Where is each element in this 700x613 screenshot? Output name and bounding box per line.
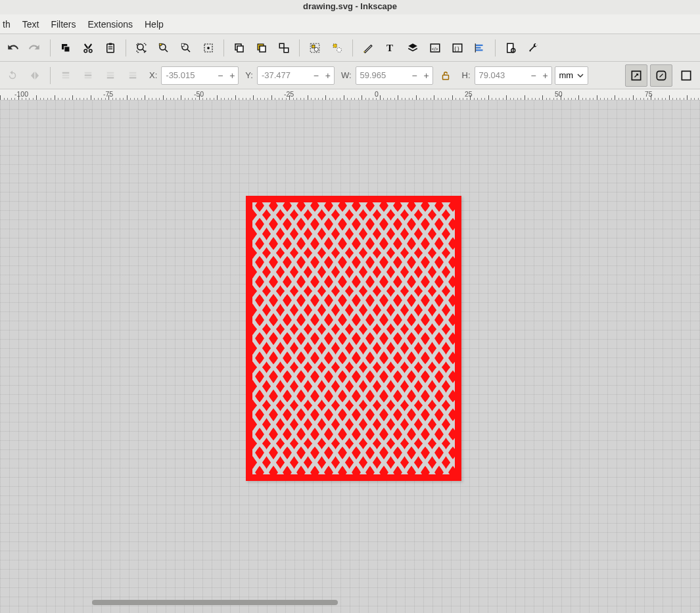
duplicate-button[interactable] — [229, 38, 249, 58]
window-titlebar: drawing.svg - Inkscape — [0, 0, 700, 14]
text-dialog-button[interactable]: T — [381, 38, 400, 58]
chevron-down-icon — [577, 72, 584, 79]
xml-editor-button[interactable]: </> — [425, 38, 445, 58]
ruler-mark: 0 — [375, 90, 379, 98]
menu-help[interactable]: Help — [145, 19, 164, 30]
zoom-center-icon — [202, 41, 214, 55]
scale-stroke-toggle[interactable] — [625, 64, 647, 87]
menu-text[interactable]: Text — [22, 19, 39, 30]
canvas-area[interactable] — [0, 100, 700, 613]
raise-button — [78, 66, 98, 85]
ungroup-icon — [331, 41, 343, 55]
lower-icon — [105, 68, 116, 83]
window-title: drawing.svg - Inkscape — [303, 1, 397, 11]
svg-rect-32 — [476, 47, 481, 48]
height-increment[interactable]: + — [540, 67, 551, 84]
lower-button — [101, 66, 120, 85]
cut-button[interactable] — [78, 38, 98, 58]
svg-rect-18 — [260, 46, 266, 52]
unit-value: mm — [559, 70, 574, 80]
svg-point-8 — [137, 44, 143, 50]
svg-rect-6 — [108, 46, 112, 47]
y-input[interactable] — [258, 68, 310, 83]
align-dialog-button[interactable] — [470, 38, 490, 58]
document-properties-button[interactable] — [501, 38, 521, 58]
zoom-center-button[interactable] — [198, 38, 218, 58]
unit-selector[interactable]: mm — [555, 66, 589, 85]
svg-rect-1 — [64, 46, 70, 51]
copy-button[interactable] — [56, 38, 76, 58]
unlink-clone-icon — [278, 41, 290, 55]
x-input[interactable] — [162, 68, 214, 83]
zoom-page-button[interactable] — [176, 38, 196, 58]
xml-icon: </> — [429, 41, 441, 55]
width-input[interactable] — [356, 68, 409, 83]
svg-text:</>: </> — [432, 46, 438, 51]
menu-bar: th Text Filters Extensions Help — [0, 14, 700, 34]
height-input-group: − + — [475, 66, 552, 85]
separator — [223, 39, 224, 57]
preferences-button[interactable] — [523, 38, 543, 58]
fill-stroke-button[interactable] — [358, 38, 378, 58]
x-increment[interactable]: + — [226, 67, 238, 84]
menu-extensions[interactable]: Extensions — [88, 19, 133, 30]
svg-rect-45 — [107, 77, 114, 78]
svg-rect-42 — [85, 77, 92, 78]
paint-icon — [362, 41, 374, 55]
paste-button[interactable] — [101, 38, 120, 58]
svg-rect-19 — [279, 43, 284, 48]
y-label: Y: — [245, 70, 253, 80]
svg-rect-41 — [85, 74, 92, 76]
scale-corners-icon — [655, 68, 668, 83]
svg-rect-38 — [62, 74, 70, 76]
scale-corners-toggle[interactable] — [650, 64, 672, 87]
x-input-group: − + — [161, 66, 239, 85]
y-increment[interactable]: + — [322, 67, 334, 84]
svg-rect-52 — [682, 71, 690, 79]
lower-bottom-icon — [127, 68, 139, 83]
menu-filters[interactable]: Filters — [51, 19, 76, 30]
group-icon — [309, 41, 321, 55]
width-decrement[interactable]: − — [409, 67, 421, 84]
layers-button[interactable] — [403, 38, 423, 58]
height-decrement[interactable]: − — [528, 67, 540, 84]
ungroup-button[interactable] — [327, 38, 347, 58]
clone-icon — [256, 41, 268, 55]
y-decrement[interactable]: − — [310, 67, 322, 84]
svg-rect-24 — [333, 44, 337, 47]
selectors-icon: { } — [452, 41, 463, 55]
unlink-clone-button[interactable] — [274, 38, 294, 58]
clone-button[interactable] — [252, 38, 271, 58]
document-page[interactable] — [246, 196, 461, 481]
separator — [299, 39, 300, 57]
svg-point-2 — [84, 49, 87, 53]
separator — [126, 39, 126, 57]
x-label: X: — [149, 70, 157, 80]
lock-aspect-button[interactable] — [436, 66, 455, 85]
rotate-ccw-button — [3, 66, 22, 85]
flip-h-icon — [29, 68, 41, 83]
ruler-mark: 25 — [465, 90, 473, 98]
raise-top-button — [56, 66, 76, 85]
undo-button[interactable] — [3, 38, 22, 58]
width-increment[interactable]: + — [421, 67, 432, 84]
selectors-button[interactable]: { } — [448, 38, 467, 58]
scissors-icon — [82, 41, 94, 55]
document-icon — [505, 41, 517, 55]
separator — [50, 39, 51, 57]
lock-open-icon — [440, 68, 452, 83]
raise-icon — [82, 68, 94, 83]
horizontal-scrollbar-thumb[interactable] — [92, 600, 338, 605]
height-input[interactable] — [475, 68, 528, 83]
svg-point-3 — [89, 49, 93, 53]
main-toolbar: T </> { } — [0, 34, 700, 62]
tool-options-bar: X: − + Y: − + W: − + H: − + mm — [0, 62, 700, 89]
zoom-selection-button[interactable] — [131, 38, 151, 58]
group-button[interactable] — [305, 38, 325, 58]
menu-path-partial[interactable]: th — [3, 19, 11, 30]
move-gradients-toggle[interactable] — [675, 64, 697, 87]
x-decrement[interactable]: − — [214, 67, 226, 84]
svg-rect-22 — [312, 45, 315, 48]
zoom-drawing-button[interactable] — [154, 38, 174, 58]
svg-rect-49 — [442, 75, 448, 79]
